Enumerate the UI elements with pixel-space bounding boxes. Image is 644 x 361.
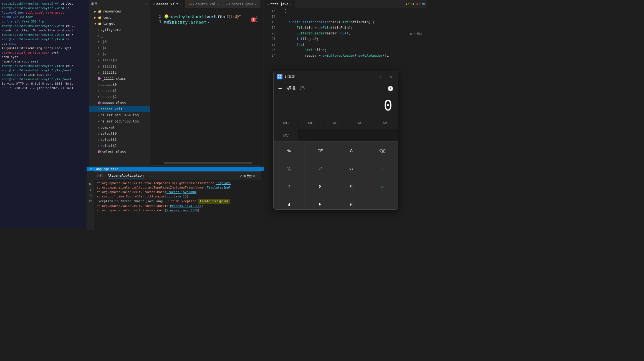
btn-square[interactable]: x² bbox=[305, 160, 335, 178]
terminal-line: root@iZbp15fhwkmslmtnrcnytbZ:/web# cd .. bbox=[2, 24, 87, 28]
terminal-line: Serving HTTP on 0.0.0.0 port 8888 (http bbox=[2, 82, 87, 86]
tab-overflow-btn[interactable]: ▾ bbox=[260, 2, 261, 6]
mem-mplus-btn[interactable]: M+ bbox=[324, 117, 348, 129]
mem-ms-btn[interactable]: MS bbox=[373, 117, 398, 129]
settings-icon[interactable]: ⚙ bbox=[253, 174, 255, 178]
play-icon[interactable]: ▷ bbox=[89, 182, 92, 186]
console-line: at org.apache.xalan.xsltc.trax.Templates… bbox=[97, 181, 259, 185]
tab-run[interactable]: 运行 bbox=[97, 173, 103, 178]
more-icon[interactable]: ⋯ bbox=[256, 174, 259, 178]
console-exception-line: Exception in thread "main" java.lang.Run… bbox=[97, 199, 259, 204]
terminal-line: -bash: cd: ttmp: No such file or direct bbox=[2, 28, 87, 33]
btn-7[interactable]: 7 bbox=[274, 178, 304, 196]
filetree-item-aaaaaa-xslt[interactable]: ≡ aaaaaa.xslt bbox=[89, 106, 150, 112]
terminal-line: aaa snap bbox=[2, 42, 87, 46]
camera-icon[interactable]: ◎ bbox=[89, 198, 92, 203]
tab-source-xml[interactable]: </> source.xml ✕ bbox=[185, 0, 223, 8]
filetree-item-aaaaaa1[interactable]: ⊙ aaaaaa$1 bbox=[89, 88, 150, 94]
mem-mminus-btn[interactable]: M− bbox=[348, 117, 373, 129]
minimize-btn[interactable]: − bbox=[369, 73, 377, 81]
filetree-item-resources[interactable]: ▶ 📁 resources bbox=[89, 8, 150, 14]
btn-sqrt[interactable]: √x bbox=[336, 160, 367, 178]
filetree-item-select2[interactable]: ⊙ select$2 bbox=[89, 143, 150, 149]
filetree-item-select0[interactable]: ⊙ select$0 bbox=[89, 131, 150, 137]
btn-ce[interactable]: CE bbox=[305, 142, 335, 160]
mem-mc-btn[interactable]: MC bbox=[274, 117, 298, 129]
tab-tttt-java[interactable]: ☕ tttt.java ✕ bbox=[264, 0, 295, 8]
console-content: at org.apache.xalan.xsltc.trax.Templates… bbox=[94, 180, 261, 214]
btn-backspace[interactable]: ⌫ bbox=[367, 142, 398, 160]
filetree-item-11111class[interactable]: 🅒 _11111.class bbox=[89, 76, 150, 82]
maximize-btn[interactable]: □ bbox=[378, 73, 386, 81]
mem-mr-btn[interactable]: MR bbox=[299, 117, 323, 129]
close-btn[interactable]: ✕ bbox=[387, 73, 395, 81]
filetree-item-dollar0[interactable]: ⊙ _$0 bbox=[89, 39, 150, 45]
filetree-item-gitignore[interactable]: ⊙ .gitignore bbox=[89, 27, 150, 33]
filetree-item-11111dollar0[interactable]: ⊙ _11111$0 bbox=[89, 57, 150, 63]
filetree-item-select1[interactable]: ⊙ select$1 bbox=[89, 137, 150, 143]
create-breakpoint-btn[interactable]: Create breakpoint bbox=[198, 199, 230, 204]
btn-5[interactable]: 5 bbox=[305, 196, 335, 210]
btn-4[interactable]: 4 bbox=[274, 196, 304, 210]
xslt-tab-icon: ≡ bbox=[153, 2, 155, 6]
snapshot-icon[interactable]: 📷 bbox=[247, 174, 252, 178]
filetree-item-pom-xml[interactable]: m pom.xml bbox=[89, 124, 150, 131]
btn-6[interactable]: 6 bbox=[336, 196, 367, 210]
close-tab-icon[interactable]: ✕ bbox=[290, 3, 292, 6]
filetree-item-aaaaaa0[interactable]: ⊙ aaaaaa$0 bbox=[89, 82, 150, 88]
btn-multiply[interactable]: × bbox=[367, 178, 398, 196]
console-line: at com.ctf.game.Controller.tttt.main(ttt… bbox=[97, 194, 259, 199]
btn-percent[interactable]: % bbox=[274, 142, 304, 160]
filetree-item-target[interactable]: ▼ 📁 target bbox=[89, 21, 150, 27]
filetree-item-test[interactable]: ▶ 📁 test bbox=[89, 14, 150, 21]
filetree-item-aaaaaa2[interactable]: ⊙ aaaaaa$2 bbox=[89, 94, 150, 100]
filetree-item-select-class[interactable]: 🅒 select.class bbox=[89, 149, 150, 155]
btn-subtract[interactable]: − bbox=[367, 196, 398, 210]
filetree-item-dollar1[interactable]: ⊙ _$1 bbox=[89, 45, 150, 51]
calc-history-icon[interactable]: 🕐 bbox=[387, 86, 393, 91]
tab-alibana[interactable]: AlibanaApplication bbox=[108, 172, 144, 179]
filetree-item-aaaaaa-class[interactable]: 🅒 aaaaaa.class bbox=[89, 100, 150, 106]
close-tab-icon[interactable]: ✕ bbox=[180, 3, 182, 6]
step-into-icon[interactable]: ↪ bbox=[89, 193, 92, 197]
close-tab-icon[interactable]: ✕ bbox=[255, 2, 257, 6]
calc-title-text: 计算器 bbox=[285, 74, 296, 79]
tab-process-java[interactable]: ☕ Process.java ✕ bbox=[223, 0, 260, 8]
btn-reciprocal[interactable]: ¹⁄ₓ bbox=[274, 160, 304, 178]
mem-mv-btn[interactable]: MV bbox=[274, 129, 298, 141]
warning-count2: ⚠1 bbox=[411, 2, 414, 6]
btn-8[interactable]: 8 bbox=[305, 178, 335, 196]
terminal-line: curl_shell fake_302 frp bbox=[2, 19, 87, 24]
filetree-item-hs-err1[interactable]: ≡ hs_err_pid33464.log bbox=[89, 112, 150, 118]
class-icon: 🅒 bbox=[98, 150, 101, 154]
calc-display-value: 0 bbox=[384, 97, 392, 114]
git-icon: ⊙ bbox=[98, 28, 100, 32]
close-tab-icon[interactable]: ✕ bbox=[218, 2, 219, 6]
filetree-item-11111dollar2[interactable]: ⊙ _11111$2 bbox=[89, 69, 150, 76]
right-editor-tabs: ☕ tttt.java ✕ ▲7 ⚠1 ✗3 ∧0 bbox=[264, 0, 427, 8]
tab-label: tttt.java bbox=[270, 2, 288, 6]
btn-9[interactable]: 9 bbox=[336, 178, 367, 196]
terminal-line: root@iZbp15fhwkmslmtnrcnytbZ:/tmp/aaa# bbox=[2, 77, 87, 82]
filetree-item-hs-err2[interactable]: ≡ hs_err_pid34568.log bbox=[89, 118, 150, 124]
tab-aaaaaa-xslt[interactable]: ≡ aaaaaa.xslt ✕ bbox=[150, 0, 185, 8]
code-line-2: 2 💡 <xsl:include href="http:// bbox=[150, 14, 261, 19]
restart-icon[interactable]: ↺ bbox=[240, 174, 242, 178]
tab-label: source.xml bbox=[196, 2, 216, 6]
calc-title: 计算器 bbox=[277, 74, 296, 79]
step-over-icon[interactable]: ↓ bbox=[89, 187, 92, 192]
filetree-item-underscore[interactable]: ⊙ _ bbox=[89, 33, 150, 39]
debug-side-bar: ▷ ↓ ↪ ◎ bbox=[87, 180, 94, 230]
btn-c[interactable]: C bbox=[336, 142, 367, 160]
horizontal-scrollbar[interactable] bbox=[164, 162, 252, 164]
btn-divide[interactable]: ÷ bbox=[367, 160, 398, 178]
filetree-item-11111dollar1[interactable]: ⊙ _11111$1 bbox=[89, 63, 150, 69]
stop-icon[interactable]: ■ bbox=[244, 174, 246, 178]
tab-tttt[interactable]: tttt bbox=[148, 174, 156, 178]
filetree-label: _11111$0 bbox=[101, 58, 117, 62]
console-panel: 运行 AlibanaApplication tttt ↺ ■ 📷 ⚙ ⋯ at … bbox=[94, 171, 261, 230]
filetree-label: aaaaaa.xslt bbox=[101, 107, 123, 111]
filetree-item-dollar2[interactable]: ⊙ _$2 bbox=[89, 51, 150, 57]
editor-status-bar: ▲7 ⚠1 ✗3 ∧0 bbox=[405, 2, 427, 6]
calc-menu-icon[interactable]: ☰ bbox=[278, 86, 282, 91]
